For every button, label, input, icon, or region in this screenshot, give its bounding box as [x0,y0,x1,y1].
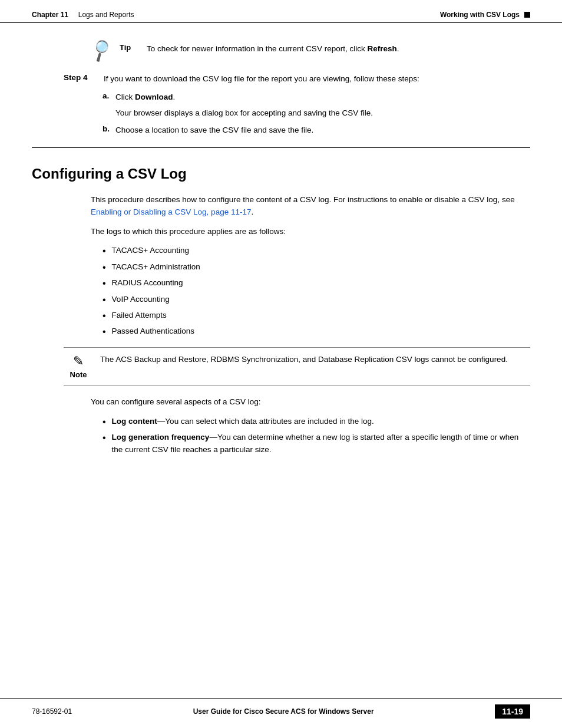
tip-bold: Refresh [367,44,396,53]
tip-block: 🔎 Tip To check for newer information in … [91,43,530,60]
tip-icon: 🔎 [91,41,111,60]
note-block: ✎ Note The ACS Backup and Restore, RDBMS… [64,347,530,386]
config-item-bold: Log generation frequency [112,433,210,442]
step4-text: If you want to download the CSV log file… [104,73,530,85]
note-icon-area: ✎ Note [64,354,93,379]
tip-text-end: . [397,44,399,53]
list-item-text: TACACS+ Accounting [112,245,189,257]
csv-log-link[interactable]: Enabling or Disabling a CSV Log, page 11… [91,207,251,216]
list-item: •Log generation frequency—You can determ… [103,431,530,456]
config-item-bold: Log content [112,417,157,426]
substep-b-row: b. Choose a location to save the CSV fil… [103,124,530,137]
list-item: •RADIUS Accounting [103,277,530,290]
section-divider [32,147,530,148]
substep-b-block: b. Choose a location to save the CSV fil… [103,124,530,137]
list-item-text: RADIUS Accounting [112,277,183,289]
applies-text: The logs to which this procedure applies… [91,226,530,238]
list-item-text: VoIP Accounting [112,294,170,306]
page: Chapter 11 Logs and Reports Working with… [0,0,562,728]
substep-a-bold: Download [135,93,173,101]
substep-a-sub: Your browser displays a dialog box for a… [115,107,530,120]
substep-b-letter: b. [103,124,115,133]
substep-a-block: a. Click Download. Your browser displays… [103,91,530,120]
header-left: Chapter 11 Logs and Reports [32,11,134,19]
configure-text: You can configure several aspects of a C… [91,396,530,409]
note-label: Note [70,370,87,379]
bullet-dot: • [103,325,106,338]
list-item: •VoIP Accounting [103,294,530,307]
list-item-text: TACACS+ Administration [112,261,200,274]
substep-a-row: a. Click Download. [103,91,530,104]
tip-text-start: To check for newer information in the cu… [147,44,367,53]
bullet-dot: • [103,309,106,322]
intro-paragraph: This procedure describes how to configur… [91,194,530,219]
tip-label: Tip [120,43,136,52]
substep-a-text-start: Click [115,93,135,101]
substep-a-text: Click Download. [115,91,530,104]
list-item-text: Passed Authentications [112,325,194,338]
header-right: Working with CSV Logs [440,11,530,19]
list-item: •TACACS+ Accounting [103,245,530,258]
note-pencil-icon: ✎ [73,354,84,369]
bullet-dot: • [103,261,106,274]
footer-page-number: 11-19 [495,704,530,719]
note-text: The ACS Backup and Restore, RDBMS Synchr… [100,354,530,366]
list-item: •Failed Attempts [103,309,530,322]
chapter-title: Logs and Reports [78,11,134,19]
bullet-dot: • [103,245,106,258]
bullet-dot: • [103,277,106,290]
section-heading: Configuring a CSV Log [32,166,530,182]
step4-block: Step 4 If you want to download the CSV l… [64,73,530,85]
csv-log-types-list: •TACACS+ Accounting•TACACS+ Administrati… [103,245,530,338]
page-header: Chapter 11 Logs and Reports Working with… [0,0,562,23]
header-square-icon [524,12,530,18]
tip-text: To check for newer information in the cu… [147,43,399,55]
intro-text-end: . [251,207,253,216]
intro-text-start: This procedure describes how to configur… [91,195,515,204]
step4-label: Step 4 [64,73,99,82]
footer-doc-number: 78-16592-01 [32,707,72,716]
list-item: •Passed Authentications [103,325,530,338]
substep-a-text-end: . [173,93,176,101]
list-item-text: Log content—You can select which data at… [112,416,374,428]
footer-title: User Guide for Cisco Secure ACS for Wind… [72,707,495,716]
substep-b-text: Choose a location to save the CSV file a… [115,124,530,137]
list-item-text: Failed Attempts [112,309,167,322]
bullet-dot: • [103,294,106,307]
section-title: Working with CSV Logs [440,11,520,19]
tip-magnifier-icon: 🔎 [87,37,115,64]
config-aspects-list: •Log content—You can select which data a… [103,416,530,456]
chapter-label: Chapter 11 [32,11,68,19]
bullet-dot: • [103,416,106,429]
bullet-dot: • [103,431,106,444]
tip-row: Tip To check for newer information in th… [120,43,530,55]
list-item: •TACACS+ Administration [103,261,530,274]
tip-content: Tip To check for newer information in th… [120,43,530,55]
list-item: •Log content—You can select which data a… [103,416,530,429]
header-separator [70,11,76,19]
content-area: 🔎 Tip To check for newer information in … [0,23,562,456]
substep-a-letter: a. [103,91,115,100]
tip-section: 🔎 Tip To check for newer information in … [32,43,530,60]
page-footer: 78-16592-01 User Guide for Cisco Secure … [0,698,562,728]
list-item-text: Log generation frequency—You can determi… [112,431,530,456]
